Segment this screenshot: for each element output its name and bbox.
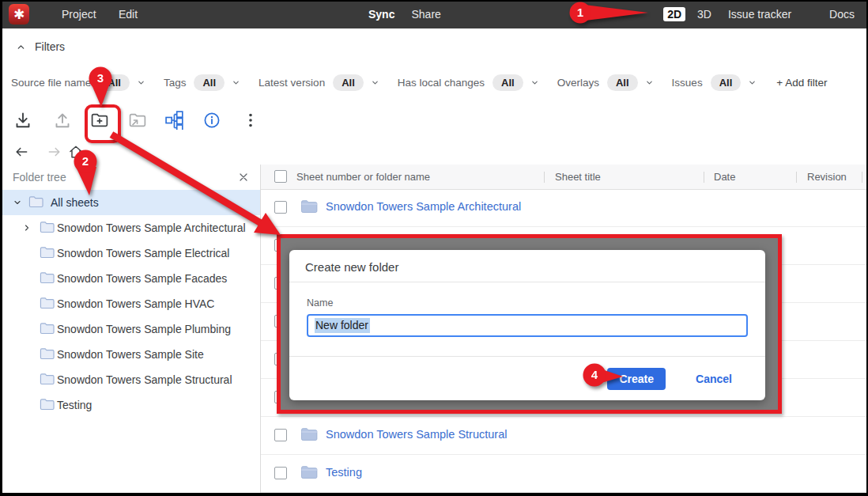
filter-label: Has local changes — [398, 77, 485, 89]
tree-item-label: All sheets — [51, 196, 99, 209]
sheet-tree-icon[interactable] — [165, 111, 184, 130]
filter-has-local-changes[interactable]: Has local changes All — [398, 74, 539, 91]
filter-label: Latest version — [259, 77, 325, 89]
folder-icon — [40, 398, 55, 411]
filter-latest-version[interactable]: Latest version All — [259, 74, 379, 91]
chevron-down-icon — [137, 78, 145, 87]
filter-label: Overlays — [557, 77, 599, 89]
row-checkbox[interactable] — [274, 467, 287, 479]
filters-collapse-toggle[interactable]: Filters — [16, 40, 65, 53]
home-icon[interactable] — [68, 144, 84, 160]
folder-name-input[interactable]: New folder — [307, 314, 748, 337]
filters-title: Filters — [35, 40, 65, 53]
tree-item-label: Snowdon Towers Sample Plumbing — [57, 323, 231, 335]
chevron-down-icon — [530, 78, 539, 87]
filter-value-pill: All — [492, 74, 523, 91]
filter-label: Source file name — [11, 77, 91, 89]
chevron-down-icon[interactable] — [13, 198, 22, 207]
tree-item[interactable]: Testing — [0, 392, 260, 418]
folder-icon — [300, 427, 318, 441]
tree-item[interactable]: Snowdon Towers Sample Plumbing — [0, 316, 260, 342]
table-header: Sheet number or folder name Sheet title … — [261, 165, 868, 190]
tab-3d[interactable]: 3D — [697, 8, 711, 21]
filters-section: Filters Source file name All Tags All La… — [0, 28, 868, 102]
filter-label: Issues — [672, 77, 703, 89]
chevron-down-icon — [371, 78, 379, 87]
dialog-footer: Create Cancel — [289, 356, 765, 400]
create-folder-dialog: Create new folder Name New folder Create… — [289, 250, 765, 400]
filter-value-pill: All — [194, 74, 225, 91]
create-button[interactable]: Create — [607, 368, 666, 390]
folder-tree: All sheets Snowdon Towers Sample Archite… — [0, 190, 260, 496]
tree-item-label: Testing — [57, 399, 92, 411]
filter-overlays[interactable]: Overlays All — [557, 74, 654, 91]
tree-item[interactable]: Snowdon Towers Sample Electrical — [0, 240, 260, 266]
folder-icon — [40, 221, 55, 233]
folder-icon — [300, 465, 318, 479]
tree-item[interactable]: Snowdon Towers Sample Structural — [0, 367, 260, 392]
tab-docs[interactable]: Docs — [829, 8, 855, 21]
column-header: Sheet number or folder name — [296, 171, 430, 183]
select-all-checkbox[interactable] — [274, 170, 287, 183]
folder-link[interactable]: Snowdon Towers Sample Structural — [326, 428, 507, 441]
folder-icon — [28, 195, 43, 208]
chevron-down-icon — [748, 78, 757, 87]
menu-sync[interactable]: Sync — [368, 8, 394, 21]
download-icon[interactable] — [13, 111, 32, 130]
more-options-icon[interactable] — [241, 111, 260, 130]
filter-value-pill: All — [99, 74, 130, 91]
table-row[interactable]: Snowdon Towers Sample Structural — [261, 417, 868, 455]
revizto-logo-icon[interactable]: ✱ — [9, 4, 29, 25]
tab-issue-tracker[interactable]: Issue tracker — [728, 8, 791, 21]
back-icon[interactable] — [13, 144, 29, 160]
tree-item[interactable]: Snowdon Towers Sample HVAC — [0, 291, 260, 316]
filter-tags[interactable]: Tags All — [164, 74, 240, 91]
dialog-header: Create new folder — [289, 250, 765, 282]
tree-item[interactable]: Snowdon Towers Sample Facades — [0, 266, 260, 291]
name-field-label: Name — [307, 297, 333, 309]
filter-value-pill: All — [607, 74, 638, 91]
folder-link[interactable]: Testing — [326, 466, 362, 479]
folder-icon — [40, 246, 55, 259]
folder-icon — [40, 322, 55, 335]
forward-icon[interactable] — [47, 144, 62, 160]
selected-input-text: New folder — [315, 318, 370, 333]
table-row[interactable]: Snowdon Towers Sample Architectural — [261, 189, 868, 227]
info-icon[interactable] — [202, 111, 221, 130]
tree-item-all-sheets[interactable]: All sheets — [0, 190, 260, 215]
tree-item-label: Snowdon Towers Sample HVAC — [57, 297, 214, 310]
menu-share[interactable]: Share — [411, 8, 440, 21]
menu-edit[interactable]: Edit — [119, 8, 138, 21]
chevron-down-icon — [645, 78, 654, 87]
upload-icon[interactable] — [53, 111, 72, 130]
tree-item[interactable]: Snowdon Towers Sample Site — [0, 342, 260, 367]
folder-link[interactable]: Snowdon Towers Sample Architectural — [326, 200, 521, 213]
close-icon[interactable] — [237, 171, 250, 184]
folder-icon — [40, 347, 55, 360]
chevron-right-icon[interactable] — [22, 223, 32, 233]
tree-item[interactable]: Snowdon Towers Sample Architectural — [0, 215, 260, 240]
row-checkbox[interactable] — [274, 429, 287, 441]
folder-tree-title: Folder tree — [13, 171, 66, 184]
column-header: Revision — [807, 171, 847, 183]
column-divider — [862, 172, 862, 183]
add-filter-button[interactable]: + Add filter — [776, 77, 827, 89]
filter-source-file-name[interactable]: Source file name All — [11, 74, 145, 91]
table-row[interactable]: Testing — [261, 455, 868, 493]
menu-project[interactable]: Project — [62, 8, 96, 21]
annotation-highlight-new-folder — [85, 104, 121, 143]
sheets-toolbar — [0, 101, 868, 141]
move-to-folder-icon[interactable] — [128, 111, 147, 130]
cancel-button[interactable]: Cancel — [696, 373, 732, 385]
folder-icon — [40, 271, 55, 284]
folder-icon — [300, 199, 318, 214]
column-divider — [704, 172, 704, 183]
filter-value-pill: All — [333, 74, 364, 91]
folder-tree-panel: Folder tree All sheets Snowdon Towers Sa… — [0, 165, 261, 496]
row-checkbox[interactable] — [274, 201, 287, 214]
navigation-row — [0, 140, 868, 165]
filter-label: Tags — [164, 77, 187, 89]
column-header: Sheet title — [555, 171, 601, 183]
tab-2d[interactable]: 2D — [663, 7, 685, 21]
filter-issues[interactable]: Issues All — [672, 74, 757, 91]
